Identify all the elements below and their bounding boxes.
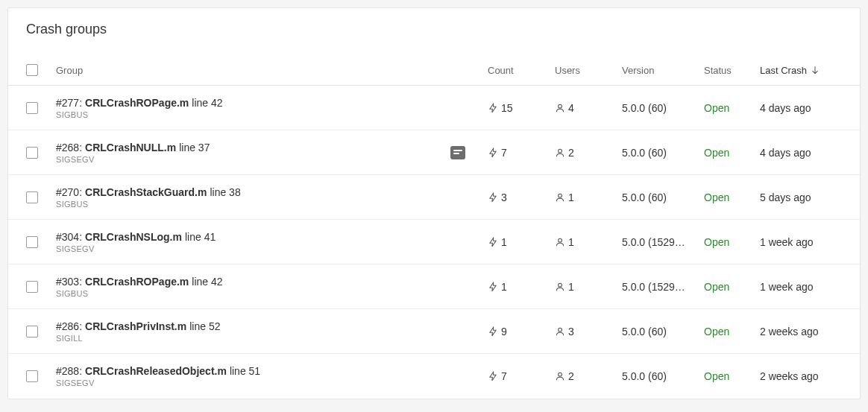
users-cell: 1 [555,281,622,293]
status-value: Open [704,236,729,248]
status-cell: Open [704,191,760,203]
group-signal: SIGBUS [56,289,488,298]
group-line-text: line 37 [179,142,210,153]
lightning-icon [488,282,498,292]
group-title-line: #304: CRLCrashNSLog.m line 41 [56,231,488,243]
table-row[interactable]: #303: CRLCrashROPage.m line 42 SIGBUS 1 … [8,264,860,309]
group-main: #304: CRLCrashNSLog.m line 41 SIGSEGV [56,231,488,253]
header-group[interactable]: Group [56,65,488,76]
group-filename: CRLCrashROPage.m [85,97,189,109]
select-all-checkbox[interactable] [26,64,38,76]
crash-groups-table: Group Count Users Version Status Last Cr… [8,45,860,399]
group-main: #286: CRLCrashPrivInst.m line 52 SIGILL [56,320,488,343]
status-value: Open [704,147,729,159]
group-title-line: #270: CRLCrashStackGuard.m line 38 [56,186,488,198]
row-checkbox-cell [26,236,56,248]
group-title-line: #268: CRLCrashNULL.m line 37 [56,142,443,153]
lastcrash-cell: 4 days ago [760,147,842,159]
row-checkbox[interactable] [26,102,38,114]
version-cell: 5.0.0 (60) [622,370,704,382]
version-value: 5.0.0 (60) [622,370,667,382]
user-icon [555,282,565,292]
row-checkbox[interactable] [26,147,38,159]
group-id-prefix: #277: [56,97,82,109]
table-row[interactable]: #268: CRLCrashNULL.m line 37 SIGSEGV 7 2… [8,130,860,175]
users-cell: 1 [555,191,622,203]
header-status[interactable]: Status [704,65,760,76]
group-signal: SIGSEGV [56,155,443,164]
lastcrash-cell: 4 days ago [760,102,842,114]
users-cell: 1 [555,236,622,248]
header-lastcrash[interactable]: Last Crash [760,65,842,76]
group-main: #270: CRLCrashStackGuard.m line 38 SIGBU… [56,186,488,209]
group-main: #288: CRLCrashReleasedObject.m line 51 S… [56,365,488,387]
version-value: 5.0.0 (1529… [622,236,685,248]
group-filename: CRLCrashStackGuard.m [85,186,207,198]
version-cell: 5.0.0 (60) [622,191,704,203]
row-checkbox-cell [26,102,56,114]
lightning-icon [488,237,498,247]
count-cell: 1 [488,281,555,293]
count-value: 3 [501,191,507,203]
table-row[interactable]: #288: CRLCrashReleasedObject.m line 51 S… [8,354,860,399]
lightning-icon [488,326,498,337]
group-signal: SIGSEGV [56,244,488,253]
version-value: 5.0.0 (60) [622,147,667,159]
row-checkbox[interactable] [26,281,38,293]
header-count-label: Count [488,65,514,76]
table-row[interactable]: #304: CRLCrashNSLog.m line 41 SIGSEGV 1 … [8,220,860,264]
user-icon [555,192,565,203]
row-checkbox-cell [26,326,56,337]
count-value: 1 [501,281,507,293]
note-icon[interactable] [450,146,465,159]
users-cell: 2 [555,147,622,159]
svg-point-4 [559,283,562,287]
row-checkbox[interactable] [26,236,38,248]
table-header-row: Group Count Users Version Status Last Cr… [8,45,860,86]
group-title-line: #277: CRLCrashROPage.m line 42 [56,97,488,109]
header-version-label: Version [622,65,654,76]
row-checkbox-cell [26,147,56,159]
header-users[interactable]: Users [555,65,622,76]
group-signal: SIGSEGV [56,378,488,387]
header-version[interactable]: Version [622,65,704,76]
group-signal: SIGBUS [56,110,488,119]
lastcrash-value: 2 weeks ago [760,326,819,337]
users-value: 1 [568,236,574,248]
table-row[interactable]: #286: CRLCrashPrivInst.m line 52 SIGILL … [8,309,860,354]
header-count[interactable]: Count [488,65,555,76]
status-value: Open [704,370,729,382]
row-checkbox[interactable] [26,370,38,382]
crash-groups-panel: Crash groups Group Count Users Version S… [7,7,861,399]
row-checkbox-cell [26,281,56,293]
count-cell: 7 [488,147,555,159]
users-value: 1 [568,191,574,203]
svg-point-3 [559,238,562,242]
svg-point-5 [559,328,562,332]
panel-title: Crash groups [8,8,860,37]
group-id-prefix: #288: [56,365,82,377]
lastcrash-value: 2 weeks ago [760,370,819,382]
group-cell: #277: CRLCrashROPage.m line 42 SIGBUS [56,97,488,119]
group-line-text: line 41 [185,231,216,243]
table-row[interactable]: #277: CRLCrashROPage.m line 42 SIGBUS 15… [8,86,860,130]
count-value: 7 [501,370,507,382]
group-cell: #268: CRLCrashNULL.m line 37 SIGSEGV [56,142,488,164]
count-cell: 3 [488,191,555,203]
table-row[interactable]: #270: CRLCrashStackGuard.m line 38 SIGBU… [8,175,860,220]
row-checkbox[interactable] [26,326,38,337]
status-value: Open [704,191,729,203]
users-value: 2 [568,370,574,382]
lastcrash-value: 1 week ago [760,236,814,248]
count-cell: 15 [488,102,555,114]
row-checkbox-cell [26,191,56,203]
group-main: #303: CRLCrashROPage.m line 42 SIGBUS [56,276,488,298]
group-cell: #304: CRLCrashNSLog.m line 41 SIGSEGV [56,231,488,253]
svg-point-6 [559,373,562,376]
group-id-prefix: #268: [56,142,82,153]
status-value: Open [704,326,729,337]
row-checkbox[interactable] [26,191,38,203]
lastcrash-value: 4 days ago [760,147,811,159]
row-checkbox-cell [26,370,56,382]
group-cell: #286: CRLCrashPrivInst.m line 52 SIGILL [56,320,488,343]
